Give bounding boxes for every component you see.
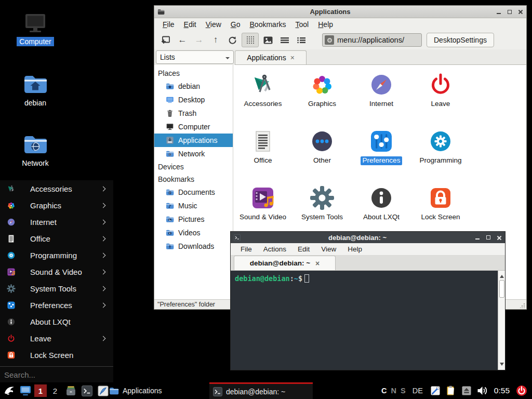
app-item-office[interactable]: Office [233, 126, 292, 182]
scrollbar-thumb[interactable] [499, 280, 504, 298]
back-button[interactable]: ← [175, 33, 190, 47]
menu-search-input[interactable]: Search... [0, 366, 113, 382]
capslock-indicator[interactable]: C [381, 387, 387, 395]
taskbar-task-applications[interactable]: Applications [105, 382, 208, 399]
sidebar-item-documents[interactable]: Documents [154, 185, 233, 199]
terminal-scrollbar[interactable] [498, 271, 505, 370]
menu-item-about-lxqt[interactable]: About LXQt [0, 313, 113, 330]
up-button[interactable]: ↑ [208, 33, 223, 47]
terminal-tab[interactable]: debian@debian: ~ × [234, 256, 336, 270]
computer-icon [23, 10, 48, 35]
show-desktop-button[interactable] [19, 384, 32, 397]
minimize-button[interactable] [496, 9, 501, 15]
refresh-button[interactable] [225, 33, 240, 47]
thumbnail-view-button[interactable] [261, 33, 275, 47]
menu-item-lock-screen[interactable]: Lock Screen [0, 347, 113, 363]
tab-close-icon[interactable]: × [315, 260, 320, 267]
app-item-sound-video[interactable]: Sound & Video [233, 182, 292, 239]
clipboard-tray-button[interactable] [445, 385, 457, 396]
icon-view-button[interactable] [242, 33, 259, 47]
scroll-up-icon[interactable] [500, 273, 504, 278]
app-item-about-lxqt[interactable]: About LXQt [352, 182, 411, 239]
scrolllock-indicator[interactable]: S [401, 387, 406, 395]
fm-titlebar[interactable]: Applications [154, 6, 526, 18]
desktop-icon-label: Network [19, 158, 51, 168]
term-menu-actions[interactable]: Actions [259, 244, 291, 254]
maximize-button[interactable] [507, 9, 512, 15]
workspace-1-button[interactable]: 1 [34, 384, 47, 397]
sidebar-item-network[interactable]: Network [154, 147, 233, 161]
fm-menu-view[interactable]: View [202, 19, 225, 30]
tab-close-icon[interactable]: × [290, 54, 295, 61]
address-bar[interactable]: menu://applications/ [322, 33, 422, 47]
scroll-down-icon[interactable] [500, 363, 504, 368]
fm-menu-go[interactable]: Go [227, 19, 245, 30]
app-item-internet[interactable]: Internet [352, 69, 411, 126]
sidebar-item-trash[interactable]: Trash [154, 107, 233, 120]
desktop-icon-home[interactable]: debian [8, 72, 62, 108]
sidebar-item-pictures[interactable]: Pictures [154, 212, 233, 226]
menu-item-graphics[interactable]: Graphics [0, 197, 113, 214]
desktop-icon-computer[interactable]: Computer [8, 10, 62, 46]
app-item-leave[interactable]: Leave [411, 69, 470, 126]
term-menu-edit[interactable]: Edit [293, 244, 314, 254]
sidebar-item-downloads[interactable]: Downloads [154, 240, 233, 253]
new-tab-button[interactable] [158, 33, 173, 47]
forward-button[interactable]: → [192, 33, 206, 47]
menu-item-system-tools[interactable]: System Tools [0, 280, 113, 297]
eject-tray-button[interactable] [461, 385, 472, 396]
close-button[interactable] [496, 235, 502, 241]
tab-applications[interactable]: Applications × [235, 50, 307, 64]
compact-list-view-button[interactable] [294, 33, 309, 47]
detailed-list-view-button[interactable] [277, 33, 292, 47]
app-item-programming[interactable]: Programming [411, 126, 470, 182]
sidebar-item-home[interactable]: debian [154, 79, 233, 93]
keyboard-layout-indicator[interactable]: DE [413, 387, 423, 395]
terminal-screen[interactable]: debian@debian:~$ [231, 271, 505, 370]
screenshot-tray-button[interactable] [430, 385, 441, 396]
app-item-lock-screen[interactable]: Lock Screen [411, 182, 470, 239]
volume-tray-button[interactable] [476, 385, 488, 396]
desktop-settings-button[interactable]: DesktopSettings [427, 33, 494, 47]
fm-menu-edit[interactable]: Edit [180, 19, 201, 30]
sidebar-item-music[interactable]: Music [154, 199, 233, 212]
menu-item-programming[interactable]: Programming [0, 247, 113, 263]
resize-grip[interactable] [520, 303, 525, 308]
app-item-preferences[interactable]: Preferences [352, 126, 411, 182]
menu-item-office[interactable]: Office [0, 230, 113, 247]
sidebar-item-computer[interactable]: Computer [154, 120, 233, 134]
maximize-button[interactable] [485, 235, 491, 241]
term-menu-file[interactable]: File [236, 244, 257, 254]
terminal-launcher[interactable] [80, 384, 94, 397]
term-menu-help[interactable]: Help [343, 244, 367, 254]
app-item-graphics[interactable]: Graphics [292, 69, 352, 126]
sidebar-item-desktop[interactable]: Desktop [154, 93, 233, 107]
sidebar-item-videos[interactable]: Videos [154, 226, 233, 240]
menu-item-internet[interactable]: Internet [0, 214, 113, 230]
numlock-indicator[interactable]: N [391, 387, 396, 395]
fm-menu-bookmarks[interactable]: Bookmarks [246, 19, 290, 30]
app-menu-button[interactable] [3, 384, 16, 397]
menu-item-accessories[interactable]: Accessories [0, 180, 113, 197]
close-button[interactable] [517, 9, 523, 15]
sidebar-item-applications[interactable]: Applications [154, 134, 233, 147]
clock[interactable]: 0:55 [494, 386, 510, 395]
taskbar-task-terminal[interactable]: debian@debian: ~ [209, 382, 313, 399]
menu-item-leave[interactable]: Leave [0, 330, 113, 347]
app-item-other[interactable]: Other [292, 126, 352, 182]
app-item-system-tools[interactable]: System Tools [292, 182, 352, 239]
fm-menu-tool[interactable]: Tool [291, 19, 313, 30]
sidebar-mode-combo[interactable]: Lists [156, 50, 234, 64]
fm-menu-file[interactable]: File [158, 19, 179, 30]
fm-menu-help[interactable]: Help [314, 19, 337, 30]
workspace-2-button[interactable]: 2 [49, 384, 61, 397]
shutdown-button[interactable] [516, 385, 527, 396]
minimize-button[interactable] [474, 235, 480, 241]
menu-item-sound-video[interactable]: Sound & Video [0, 263, 113, 280]
app-item-accessories[interactable]: Accessories [233, 69, 292, 126]
menu-item-preferences[interactable]: Preferences [0, 297, 113, 313]
terminal-titlebar[interactable]: debian@debian: ~ [231, 232, 505, 243]
term-menu-view[interactable]: View [316, 244, 341, 254]
file-manager-launcher[interactable] [64, 384, 77, 397]
desktop-icon-network[interactable]: Network [8, 132, 62, 168]
